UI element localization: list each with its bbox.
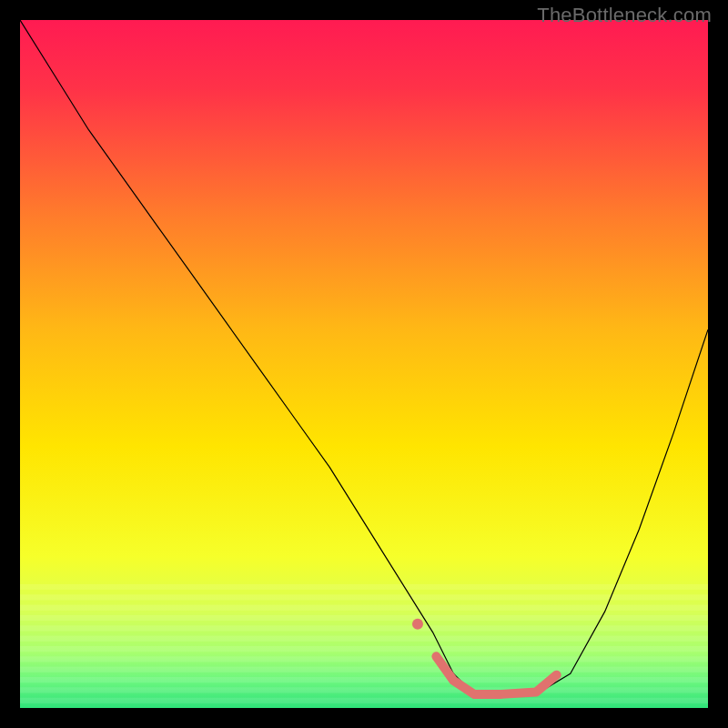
green-band-stripe xyxy=(20,636,708,642)
green-band-stripe xyxy=(20,594,708,600)
green-band-stripe xyxy=(20,698,708,703)
green-band-stripe xyxy=(20,687,708,693)
bottleneck-chart xyxy=(20,20,708,708)
chart-canvas xyxy=(20,20,708,708)
green-band-stripe xyxy=(20,667,708,672)
green-band-stripe xyxy=(20,646,708,652)
green-band-stripe xyxy=(20,677,708,682)
green-band-stripe xyxy=(20,625,708,631)
green-band-stripe xyxy=(20,656,708,662)
green-band-stripe xyxy=(20,615,708,621)
watermark-text: TheBottleneck.com xyxy=(537,4,712,27)
series-optimal-range-dot-point xyxy=(412,619,423,630)
green-band-stripe xyxy=(20,584,708,590)
green-band-stripe xyxy=(20,605,708,611)
